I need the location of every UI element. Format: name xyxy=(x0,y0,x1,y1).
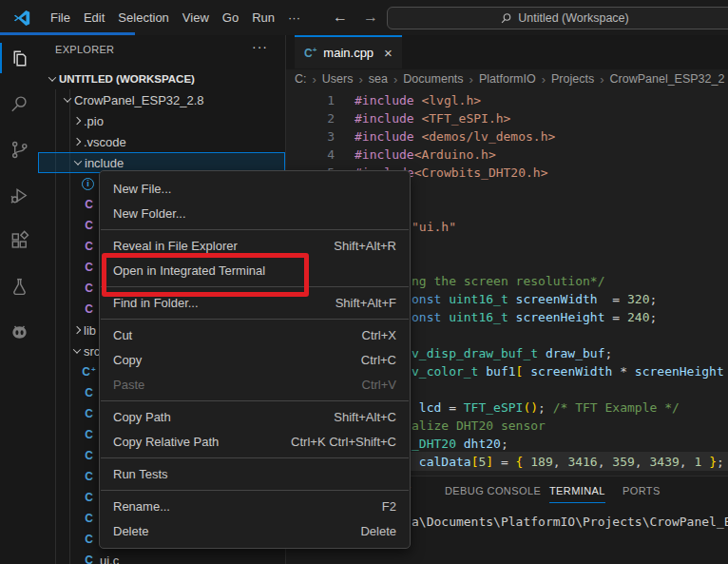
breadcrumb-item[interactable]: Users xyxy=(322,72,354,86)
breadcrumb-separator-icon: › xyxy=(393,72,397,87)
code-text: v_disp_draw_buf_t draw_buf; xyxy=(412,344,612,362)
activity-testing[interactable] xyxy=(0,263,38,309)
code-text: onst uint16_t screenHeight = 240; xyxy=(412,308,657,326)
menu-item-label: Delete xyxy=(113,524,149,538)
line-number: 1 xyxy=(285,91,335,109)
menu-item-label: Reveal in File Explorer xyxy=(113,239,238,253)
activity-explorer[interactable] xyxy=(0,35,38,81)
testing-flask-icon xyxy=(9,276,30,298)
menu-item-label: Cut xyxy=(113,328,132,342)
c-header-icon: C xyxy=(82,302,96,316)
menu-item-label: New Folder... xyxy=(113,206,186,221)
breadcrumb-separator-icon: › xyxy=(542,72,546,87)
tab-label: main.cpp xyxy=(323,46,374,60)
context-menu-item-newfile[interactable]: New File... xyxy=(100,176,410,201)
breadcrumb-item[interactable]: Projects xyxy=(551,72,594,86)
tree-item-untitledworkspace[interactable]: UNTITLED (WORKSPACE) xyxy=(38,68,285,89)
tree-item-label: ui.c xyxy=(100,554,119,564)
activity-source-control[interactable] xyxy=(0,126,38,172)
panel-tab-terminal[interactable]: TERMINAL xyxy=(549,481,605,503)
c-source-icon: C xyxy=(82,407,96,420)
context-menu-item-revealinfileexplorer[interactable]: Reveal in File ExplorerShift+Alt+R xyxy=(100,233,410,258)
menu-item-label: Run Tests xyxy=(113,467,168,481)
context-menu-item-delete[interactable]: DeleteDelete xyxy=(100,518,410,543)
context-menu-item-copypath[interactable]: Copy PathShift+Alt+C xyxy=(100,404,410,429)
tree-item-label: UNTITLED (WORKSPACE) xyxy=(59,73,195,85)
code-text: v_color_t buf1[ screenWidth * screenHeig… xyxy=(412,362,724,380)
close-icon[interactable]: × xyxy=(384,45,393,61)
menu-view[interactable]: View xyxy=(176,7,216,29)
menu-item-label: Copy xyxy=(113,353,142,367)
tree-item-.vscode[interactable]: .vscode xyxy=(38,131,285,152)
menu-selection[interactable]: Selection xyxy=(111,7,175,29)
cpp-icon: C+ xyxy=(82,365,96,379)
menu-edit[interactable]: Edit xyxy=(77,7,111,29)
vscode-window: FileEditSelectionViewGoRun··· ← → Untitl… xyxy=(0,0,728,564)
activity-run-and-debug[interactable] xyxy=(0,172,38,218)
nav-back-icon[interactable]: ← xyxy=(329,6,352,29)
menu-go[interactable]: Go xyxy=(216,7,245,29)
more-actions-icon[interactable]: ··· xyxy=(252,39,268,54)
command-center-search[interactable]: Untitled (Workspace) xyxy=(387,7,728,29)
menu-separator xyxy=(101,286,409,287)
context-menu-item-copy[interactable]: CopyCtrl+C xyxy=(100,347,410,372)
code-text: _DHT20 dht20; xyxy=(412,435,508,453)
vscode-logo-icon xyxy=(11,8,32,29)
tab-bar: C+ main.cpp × xyxy=(286,35,728,69)
nav-forward-icon[interactable]: → xyxy=(359,6,382,29)
breadcrumb-item[interactable]: PlatformIO xyxy=(479,72,536,86)
tree-item-.pio[interactable]: .pio xyxy=(38,110,285,131)
menu-item-shortcut: Shift+Alt+F xyxy=(335,296,396,310)
menu-item-shortcut: Ctrl+K Ctrl+Shift+C xyxy=(291,435,396,449)
code-line: 4#include<Arduino.h> xyxy=(285,146,728,164)
c-header-icon: C xyxy=(82,219,96,232)
c-source-icon: C xyxy=(82,449,96,462)
context-menu-item-copyrelativepath[interactable]: Copy Relative PathCtrl+K Ctrl+Shift+C xyxy=(100,429,410,454)
c-source-icon: C xyxy=(82,491,96,504)
search-label: Untitled (Workspace) xyxy=(518,11,628,25)
tree-item-label: include xyxy=(85,156,124,170)
tree-item-label: src xyxy=(84,344,100,359)
context-menu-item-rename[interactable]: Rename...F2 xyxy=(100,494,410,518)
tree-item-ui.c[interactable]: Cui.c xyxy=(38,550,285,564)
menu-overflow-icon[interactable]: ··· xyxy=(281,7,307,29)
menu-item-shortcut: Shift+Alt+C xyxy=(334,410,396,424)
breadcrumb-separator-icon: › xyxy=(600,72,603,87)
context-menu-item-openinintegratedterminal[interactable]: Open in Integrated Terminal xyxy=(100,258,410,282)
tab-main-cpp[interactable]: C+ main.cpp × xyxy=(295,35,402,68)
menu-run[interactable]: Run xyxy=(245,7,281,29)
menu-item-label: Open in Integrated Terminal xyxy=(113,263,265,278)
tree-item-crowpanel_esp32_2.8[interactable]: CrowPanel_ESP32_2.8 xyxy=(38,89,285,110)
menu-file[interactable]: File xyxy=(44,7,77,29)
menu-item-label: Paste xyxy=(113,378,144,392)
breadcrumb-item[interactable]: CrowPanel_ESP32_2 xyxy=(610,72,725,86)
activity-platformio[interactable] xyxy=(0,309,38,355)
breadcrumb-separator-icon: › xyxy=(359,72,363,87)
context-menu-item-findinfolder[interactable]: Find in Folder...Shift+Alt+F xyxy=(100,290,410,315)
chevron-right-icon xyxy=(73,326,81,334)
code-text: ng the screen resolution*/ xyxy=(412,272,605,290)
activity-extensions[interactable] xyxy=(0,218,38,263)
extensions-icon xyxy=(9,230,30,252)
menu-item-shortcut: Ctrl+V xyxy=(362,378,396,392)
code-text: "ui.h" xyxy=(412,218,456,236)
breadcrumb-item[interactable]: sea xyxy=(369,72,388,86)
menu-separator xyxy=(101,319,409,320)
context-menu-item-newfolder[interactable]: New Folder... xyxy=(100,201,410,225)
c-source-icon: C xyxy=(82,533,96,546)
activity-search[interactable] xyxy=(0,81,38,126)
breadcrumb-item[interactable]: C: xyxy=(295,72,307,86)
menu-separator xyxy=(101,229,409,230)
context-menu-item-paste[interactable]: PasteCtrl+V xyxy=(100,372,410,397)
chevron-right-icon xyxy=(73,138,81,146)
activity-bar xyxy=(0,35,39,564)
context-menu-item-runtests[interactable]: Run Tests xyxy=(100,461,410,486)
breadcrumb-separator-icon: › xyxy=(313,72,316,87)
panel-tab-debugconsole[interactable]: DEBUG CONSOLE xyxy=(445,481,541,500)
context-menu-item-cut[interactable]: CutCtrl+X xyxy=(100,322,410,347)
files-icon xyxy=(9,48,30,69)
chevron-down-icon xyxy=(64,94,71,102)
terminal-output[interactable]: a\Documents\PlatformIO\Projects\CrowPane… xyxy=(412,515,728,529)
breadcrumb-item[interactable]: Documents xyxy=(403,72,463,86)
panel-tab-ports[interactable]: PORTS xyxy=(623,481,661,500)
